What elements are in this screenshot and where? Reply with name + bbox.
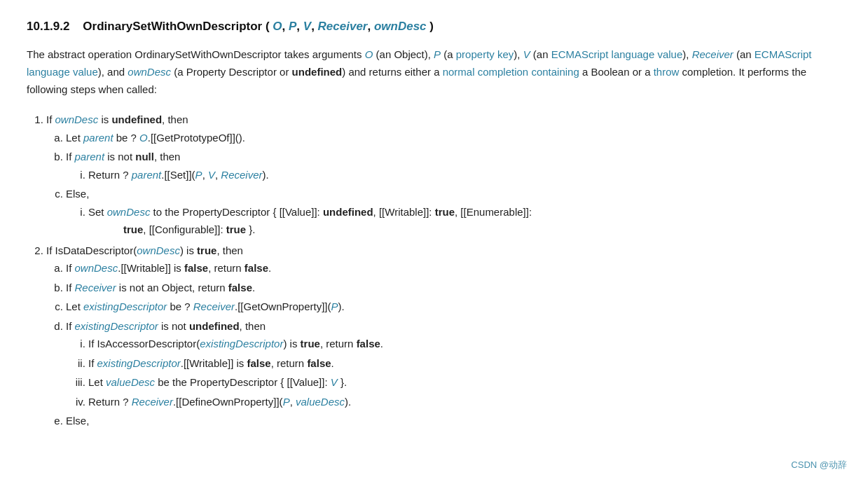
s2di-existingDescriptor: existingDescriptor xyxy=(200,338,283,350)
s2c-P: P xyxy=(331,300,338,312)
intro-throw: throw xyxy=(654,66,680,78)
intro-V: V xyxy=(523,48,530,60)
step-2: If IsDataDescriptor(ownDesc) is true, th… xyxy=(46,242,841,430)
s2b-Receiver: Receiver xyxy=(75,282,116,293)
param-Receiver: Receiver xyxy=(318,20,368,33)
s2-true: true xyxy=(197,244,216,256)
s1bi-parent: parent xyxy=(132,169,162,181)
s1-undefined: undefined xyxy=(111,113,162,125)
steps-list: If ownDesc is undefined, then Let parent… xyxy=(46,111,841,430)
step-1c-sub: Set ownDesc to the PropertyDescriptor { … xyxy=(88,203,841,239)
watermark: CSDN @动辞 xyxy=(791,459,847,471)
s2-ownDesc: ownDesc xyxy=(137,244,180,256)
step-2dii: If existingDescriptor.[[Writable]] is fa… xyxy=(88,354,841,373)
s2diii-valueDesc: valueDesc xyxy=(106,376,155,388)
intro-ecma-value1: ECMAScript language value xyxy=(551,48,683,60)
s1ci-ownDesc: ownDesc xyxy=(107,206,151,218)
step-2diii: Let valueDesc be the PropertyDescriptor … xyxy=(88,373,841,392)
s1bi-V: V xyxy=(208,169,215,181)
step-2e: Else, xyxy=(66,412,841,430)
step-2b: If Receiver is not an Object, return fal… xyxy=(66,279,841,297)
s1bi-Receiver: Receiver xyxy=(221,169,262,181)
s1ci-undef: undefined xyxy=(323,206,373,218)
s1ci-true3: true xyxy=(226,223,246,235)
intro-paragraph: The abstract operation OrdinarySetWithOw… xyxy=(27,46,841,98)
step-1c: Else, Set ownDesc to the PropertyDescrip… xyxy=(66,185,841,239)
s2a-false2: false xyxy=(244,262,268,274)
s1-ownDesc: ownDesc xyxy=(55,113,99,125)
step-1b: If parent is not null, then Return ? par… xyxy=(66,148,841,184)
step-2-sub: If ownDesc.[[Writable]] is false, return… xyxy=(66,259,841,430)
step-1a: Let parent be ? O.[[GetPrototypeOf]](). xyxy=(66,129,841,147)
intro-property-key: property key xyxy=(456,48,514,60)
s1b-parent: parent xyxy=(75,151,105,163)
s1a-parent: parent xyxy=(83,132,113,144)
step-1: If ownDesc is undefined, then Let parent… xyxy=(46,111,841,239)
intro-ownDesc: ownDesc xyxy=(128,66,171,78)
param-V: V xyxy=(303,20,311,33)
heading-title: OrdinarySetWithOwnDescriptor xyxy=(83,20,262,33)
s2d-existingDescriptor: existingDescriptor xyxy=(75,320,158,332)
s2c-existingDescriptor: existingDescriptor xyxy=(83,300,167,312)
s2dii-false: false xyxy=(247,357,270,369)
step-2d-sub: If IsAccessorDescriptor(existingDescript… xyxy=(88,335,841,410)
param-P: P xyxy=(289,20,296,33)
s1ci-true1: true xyxy=(435,206,455,218)
step-2c: Let existingDescriptor be ? Receiver.[[G… xyxy=(66,298,841,316)
s1b-null: null xyxy=(135,151,154,163)
s2b-false: false xyxy=(228,282,252,293)
s2div-P: P xyxy=(283,396,290,408)
s2d-undefined: undefined xyxy=(189,320,240,332)
s2di-true: true xyxy=(301,338,320,350)
step-1ci: Set ownDesc to the PropertyDescriptor { … xyxy=(88,203,841,239)
s2c-Receiver: Receiver xyxy=(193,300,235,312)
intro-P: P xyxy=(434,48,441,60)
s1ci-true2: true xyxy=(123,223,143,235)
s1a-O: O xyxy=(139,132,148,144)
s2div-valueDesc: valueDesc xyxy=(296,396,345,408)
s2dii-false2: false xyxy=(307,357,331,369)
intro-Receiver: Receiver xyxy=(692,48,733,60)
s2di-false: false xyxy=(357,338,380,350)
intro-undefined: undefined xyxy=(292,66,343,78)
s2div-Receiver: Receiver xyxy=(132,396,173,408)
step-2div: Return ? Receiver.[[DefineOwnProperty]](… xyxy=(88,393,841,411)
heading-number: 10.1.9.2 xyxy=(27,20,69,33)
intro-normal-completion: normal completion containing xyxy=(443,66,579,78)
section-heading: 10.1.9.2 OrdinarySetWithOwnDescriptor ( … xyxy=(27,20,841,34)
step-2a: If ownDesc.[[Writable]] is false, return… xyxy=(66,259,841,277)
param-ownDesc: ownDesc xyxy=(374,20,427,33)
s2diii-V: V xyxy=(331,376,338,388)
s2dii-existingDescriptor: existingDescriptor xyxy=(97,357,181,369)
s2a-false: false xyxy=(184,262,208,274)
param-O: O xyxy=(273,20,282,33)
s2a-ownDesc: ownDesc xyxy=(75,262,118,274)
step-2di: If IsAccessorDescriptor(existingDescript… xyxy=(88,335,841,353)
step-1b-sub: Return ? parent.[[Set]](P, V, Receiver). xyxy=(88,166,841,184)
s1bi-P: P xyxy=(195,169,202,181)
step-2d: If existingDescriptor is not undefined, … xyxy=(66,317,841,411)
step-1bi: Return ? parent.[[Set]](P, V, Receiver). xyxy=(88,166,841,184)
step-1-sub: Let parent be ? O.[[GetPrototypeOf]](). … xyxy=(66,129,841,239)
intro-O: O xyxy=(365,48,373,60)
